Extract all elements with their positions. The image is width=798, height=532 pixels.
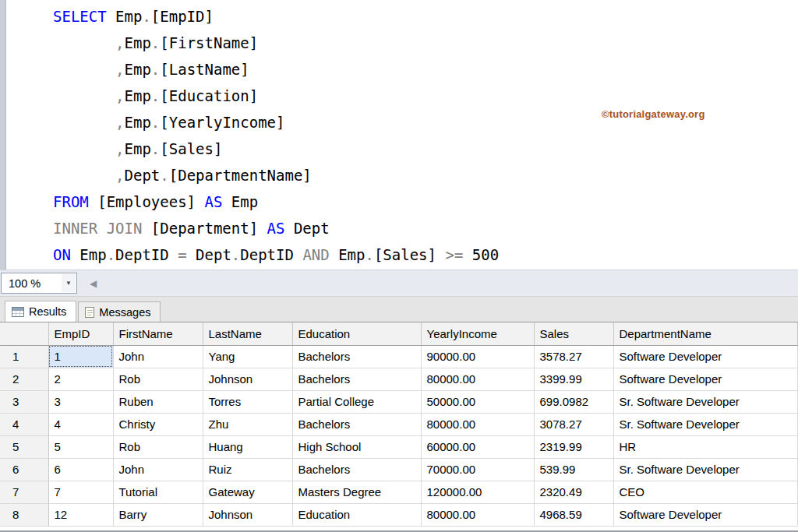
- grid-cell[interactable]: Bachelors: [292, 413, 421, 435]
- table-row: 22RobJohnsonBachelors80000.003399.99Soft…: [0, 368, 798, 390]
- sql-code-area[interactable]: SELECT Emp.[EmpID] ,Emp.[FirstName] ,Emp…: [6, 0, 798, 270]
- row-number[interactable]: 3: [0, 390, 48, 413]
- grid-cell[interactable]: 120000.00: [421, 481, 534, 503]
- row-number[interactable]: 2: [0, 368, 48, 390]
- grid-cell[interactable]: Ruiz: [203, 458, 292, 481]
- code-line: INNER JOIN [Department] AS Dept: [53, 215, 798, 241]
- grid-cell[interactable]: 80000.00: [421, 368, 534, 390]
- column-header[interactable]: DepartmentName: [613, 322, 798, 345]
- code-line: ON Emp.DeptID = Dept.DeptID AND Emp.[Sal…: [53, 241, 798, 268]
- grid-cell[interactable]: Masters Degree: [292, 481, 421, 503]
- grid-cell[interactable]: 699.0982: [534, 390, 613, 413]
- grid-cell[interactable]: John: [113, 345, 203, 368]
- grid-cell[interactable]: 3399.99: [534, 368, 613, 390]
- table-row: 55RobHuangHigh School60000.002319.99HR: [0, 435, 798, 458]
- grid-cell[interactable]: High School: [292, 435, 421, 458]
- grid-cell[interactable]: Bachelors: [292, 458, 421, 481]
- grid-cell[interactable]: 3078.27: [534, 413, 613, 435]
- grid-cell[interactable]: Christy: [113, 413, 203, 435]
- zoom-selector[interactable]: 100 % ▼: [1, 273, 77, 294]
- grid-cell[interactable]: 2: [48, 368, 113, 390]
- scroll-left-icon[interactable]: ◀: [90, 278, 97, 289]
- row-number[interactable]: 6: [0, 458, 48, 481]
- grid-cell[interactable]: 80000.00: [421, 503, 534, 526]
- row-number[interactable]: 4: [0, 413, 48, 435]
- grid-cell[interactable]: 3: [48, 390, 113, 413]
- tab-results-label: Results: [29, 305, 66, 318]
- grid-cell[interactable]: HR: [613, 435, 798, 458]
- grid-cell[interactable]: Sr. Software Developer: [613, 413, 798, 435]
- watermark: ©tutorialgateway.org: [602, 108, 705, 120]
- grid-cell[interactable]: 2320.49: [534, 481, 613, 503]
- column-header[interactable]: Education: [292, 322, 421, 345]
- zoom-value: 100 %: [9, 277, 41, 290]
- code-line: ,Emp.[FirstName]: [53, 30, 798, 56]
- grid-cell[interactable]: Software Developer: [613, 503, 798, 526]
- grid-cell[interactable]: Software Developer: [613, 345, 798, 368]
- table-row: 44ChristyZhuBachelors80000.003078.27Sr. …: [0, 413, 798, 435]
- grid-cell[interactable]: Rob: [113, 435, 203, 458]
- grid-cell[interactable]: 2319.99: [534, 435, 613, 458]
- grid-cell[interactable]: 7: [48, 481, 113, 503]
- grid-cell[interactable]: 6: [48, 458, 113, 481]
- grid-cell[interactable]: Johnson: [203, 368, 292, 390]
- chevron-down-icon[interactable]: ▼: [62, 274, 76, 292]
- tab-messages-label: Messages: [99, 306, 150, 319]
- row-number[interactable]: 8: [0, 503, 48, 526]
- grid-cell[interactable]: CEO: [613, 481, 798, 503]
- grid-cell[interactable]: Bachelors: [292, 368, 421, 390]
- results-grid: EmpIDFirstNameLastNameEducationYearlyInc…: [0, 322, 798, 532]
- grid-cell[interactable]: Rob: [113, 368, 203, 390]
- column-header[interactable]: Sales: [534, 322, 613, 345]
- grid-cell[interactable]: 50000.00: [421, 390, 534, 413]
- grid-cell[interactable]: Software Developer: [613, 368, 798, 390]
- column-header[interactable]: EmpID: [48, 322, 113, 345]
- grid-cell[interactable]: Torres: [203, 390, 292, 413]
- grid-header-row: EmpIDFirstNameLastNameEducationYearlyInc…: [0, 322, 798, 345]
- grid-cell[interactable]: John: [113, 458, 203, 481]
- grid-cell[interactable]: Zhu: [203, 413, 292, 435]
- grid-cell[interactable]: Yang: [203, 345, 292, 368]
- row-number[interactable]: 5: [0, 435, 48, 458]
- grid-cell[interactable]: Barry: [113, 503, 203, 526]
- row-number[interactable]: 7: [0, 481, 48, 503]
- grid-cell[interactable]: 80000.00: [421, 413, 534, 435]
- column-header[interactable]: YearlyIncome: [421, 322, 534, 345]
- grid-cell[interactable]: 5: [48, 435, 113, 458]
- code-line: ,Dept.[DepartmentName]: [53, 162, 798, 188]
- tab-results[interactable]: Results: [5, 301, 76, 322]
- grid-cell[interactable]: 1: [48, 345, 113, 368]
- table-row: 11JohnYangBachelors90000.003578.27Softwa…: [0, 345, 798, 368]
- grid-cell[interactable]: 60000.00: [421, 435, 534, 458]
- table-row: 66JohnRuizBachelors70000.00539.99Sr. Sof…: [0, 458, 798, 481]
- grid-cell[interactable]: Bachelors: [292, 345, 421, 368]
- code-line: ,Emp.[LastName]: [53, 56, 798, 83]
- row-number[interactable]: 1: [0, 345, 48, 368]
- grid-cell[interactable]: Ruben: [113, 390, 203, 413]
- grid-cell[interactable]: 4: [48, 413, 113, 435]
- column-header[interactable]: FirstName: [113, 322, 203, 345]
- code-line: ,Emp.[Education]: [53, 83, 798, 109]
- grid-cell[interactable]: 70000.00: [421, 458, 534, 481]
- results-grid-icon: [12, 307, 24, 317]
- grid-cell[interactable]: Gateway: [203, 481, 292, 503]
- grid-cell[interactable]: Tutorial: [113, 481, 203, 503]
- grid-cell[interactable]: 3578.27: [534, 345, 613, 368]
- grid-cell[interactable]: Sr. Software Developer: [613, 458, 798, 481]
- grid-cell[interactable]: 12: [48, 503, 113, 526]
- grid-cell[interactable]: Johnson: [203, 503, 292, 526]
- column-header[interactable]: LastName: [203, 322, 292, 345]
- corner-cell[interactable]: [0, 322, 48, 345]
- grid-cell[interactable]: 539.99: [534, 458, 613, 481]
- grid-cell[interactable]: Partial College: [292, 390, 421, 413]
- grid-cell[interactable]: 4968.59: [534, 503, 613, 526]
- results-tabbar: Results Messages: [0, 296, 798, 322]
- grid-cell[interactable]: 90000.00: [421, 345, 534, 368]
- tab-messages[interactable]: Messages: [78, 301, 161, 322]
- grid-cell[interactable]: Huang: [203, 435, 292, 458]
- results-table: EmpIDFirstNameLastNameEducationYearlyInc…: [0, 322, 798, 527]
- grid-cell[interactable]: Education: [292, 503, 421, 526]
- grid-body: 11JohnYangBachelors90000.003578.27Softwa…: [0, 345, 798, 526]
- grid-cell[interactable]: Sr. Software Developer: [613, 390, 798, 413]
- messages-icon: [85, 307, 94, 318]
